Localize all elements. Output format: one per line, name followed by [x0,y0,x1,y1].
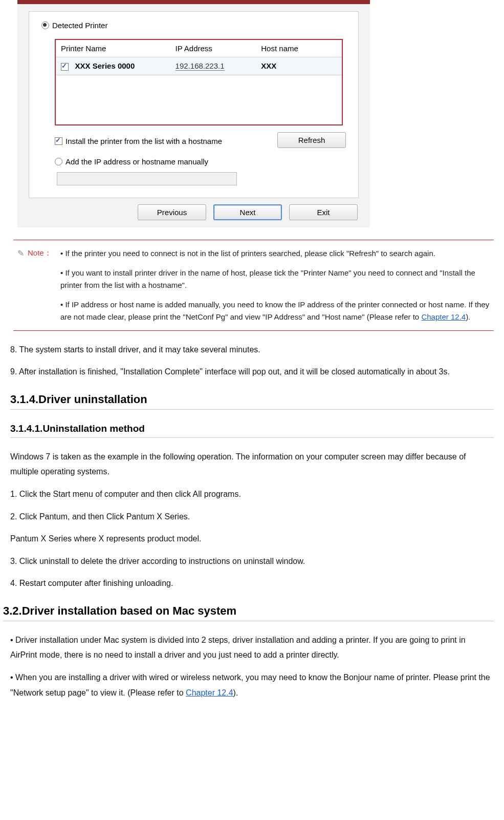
uninstall-step-3: 3. Click uninstall to delete the driver … [10,554,494,569]
uninstall-step-1: 1. Click the Start menu of computer and … [10,487,494,502]
printer-table-row[interactable]: XXX Series 0000 192.168.223.1 XXX [56,57,342,75]
note-line-3: • If IP address or host name is added ma… [60,299,490,323]
note-label: Note： [28,247,60,258]
col-name: Printer Name [61,44,106,53]
mac-line-2: • When you are installing a driver with … [10,670,494,700]
install-hostname-checkbox[interactable] [55,137,62,145]
col-host: Host name [261,44,298,53]
detected-printer-radio[interactable] [41,22,49,29]
mac-line-1: • Driver installation under Mac system i… [10,633,494,663]
uninstall-step-2: 2. Click Pantum, and then Click Pantum X… [10,509,494,524]
detected-printer-label: Detected Printer [52,21,107,30]
uninstall-intro: Windows 7 is taken as the example in the… [10,449,494,479]
previous-button[interactable]: Previous [138,204,206,220]
printer-row-checkbox[interactable] [61,63,69,71]
note-line-2: • If you want to install printer driver … [60,267,490,291]
refresh-button[interactable]: Refresh [277,132,346,148]
exit-button[interactable]: Exit [289,204,358,220]
printer-table: Printer Name IP Address Host name XXX Se… [55,39,343,125]
note-line-1: • If the printer you need to connect is … [60,247,490,260]
manual-ip-radio[interactable] [55,158,62,165]
step-9: 9. After installation is finished, "Inst… [10,364,494,380]
col-ip: IP Address [176,44,212,53]
note-icon: ✎ [13,247,28,258]
installer-dialog: Detected Printer Printer Name IP Address… [17,0,494,227]
chapter-12-4-link[interactable]: Chapter 12.4 [421,312,466,321]
divider [10,437,494,438]
heading-3-1-4-1: 3.1.4.1.Uninstallation method [10,423,494,434]
chapter-12-4-link-2[interactable]: Chapter 12.4 [186,688,233,697]
printer-row-host: XXX [261,61,276,70]
manual-ip-input[interactable] [57,172,237,185]
note-block: ✎ Note： • If the printer you need to con… [13,240,494,331]
article-body: 8. The system starts to install driver, … [10,342,494,701]
printer-row-name: XXX Series 0000 [75,61,135,70]
printer-table-header: Printer Name IP Address Host name [56,40,342,57]
detected-printer-radio-row: Detected Printer [41,21,346,30]
uninstall-step-4: 4. Restart computer after finishing unlo… [10,576,494,591]
divider [3,621,494,621]
dialog-button-row: Previous Next Exit [17,198,370,220]
uninstall-step-2b: Pantum X Series where X represents produ… [10,531,494,546]
printer-row-ip: 192.168.223.1 [176,61,225,71]
heading-3-2: 3.2.Driver installation based on Mac sys… [3,604,494,618]
divider [10,409,494,410]
manual-ip-label: Add the IP address or hostname manually [65,157,208,166]
install-hostname-label: Install the printer from the list with a… [65,137,222,145]
next-button[interactable]: Next [213,204,282,220]
heading-3-1-4: 3.1.4.Driver uninstallation [10,393,494,406]
step-8: 8. The system starts to install driver, … [10,342,494,358]
